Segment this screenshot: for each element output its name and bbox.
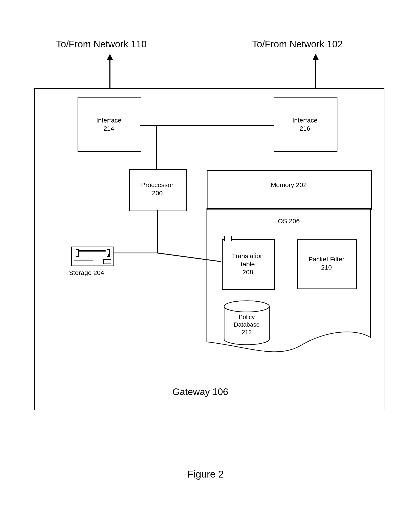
svg-marker-1 xyxy=(107,54,113,60)
policy-db-name: Policy xyxy=(239,314,255,320)
os-label: OS 206 xyxy=(207,217,371,225)
interface-216-name: Interface xyxy=(292,117,318,124)
interface-216-label: Interface 216 xyxy=(274,116,336,133)
svg-marker-4 xyxy=(313,54,319,60)
processor-name: Proccessor xyxy=(141,181,173,188)
translation-table-label: Translation table 208 xyxy=(222,252,274,276)
os-name: OS 206 xyxy=(278,218,300,225)
packet-filter-name: Packet Filter xyxy=(308,256,345,263)
interface-216-id: 216 xyxy=(274,124,336,133)
svg-rect-11 xyxy=(76,249,79,256)
translation-table-sub: table xyxy=(222,260,274,268)
memory-name: Memory 202 xyxy=(271,181,307,188)
storage-name: Storage 204 xyxy=(69,269,104,276)
translation-table-tab xyxy=(224,236,232,241)
translation-table-name: Translation xyxy=(232,252,264,259)
label-network-110: To/From Network 110 xyxy=(56,39,147,49)
interface-214-label: Interface 214 xyxy=(78,116,140,133)
processor-label: Proccessor 200 xyxy=(129,181,185,197)
svg-rect-19 xyxy=(103,259,111,264)
memory-label: Memory 202 xyxy=(207,181,371,189)
figure-label: Figure 2 xyxy=(188,468,224,480)
policy-db-label: Policy Database 212 xyxy=(223,313,270,336)
packet-filter-label: Packet Filter 210 xyxy=(297,255,356,271)
label-network-102: To/From Network 102 xyxy=(252,39,343,49)
iface-link xyxy=(140,125,274,126)
packet-filter-id: 210 xyxy=(297,263,356,272)
translation-table-id: 208 xyxy=(222,268,274,276)
svg-line-22 xyxy=(157,253,221,262)
interface-214-id: 214 xyxy=(78,124,140,133)
storage-icon xyxy=(71,247,114,268)
processor-id: 200 xyxy=(129,189,185,197)
policy-db-sub: Database xyxy=(223,321,270,328)
proc-top-link xyxy=(155,125,160,170)
svg-point-8 xyxy=(224,301,269,312)
proc-links xyxy=(112,210,224,264)
interface-214-name: Interface xyxy=(96,117,121,124)
svg-rect-12 xyxy=(107,249,109,256)
svg-rect-16 xyxy=(99,254,109,256)
storage-label: Storage 204 xyxy=(69,269,116,277)
memory-box xyxy=(207,170,372,210)
policy-db-id: 212 xyxy=(223,328,270,336)
gateway-label: Gateway 106 xyxy=(172,387,228,397)
